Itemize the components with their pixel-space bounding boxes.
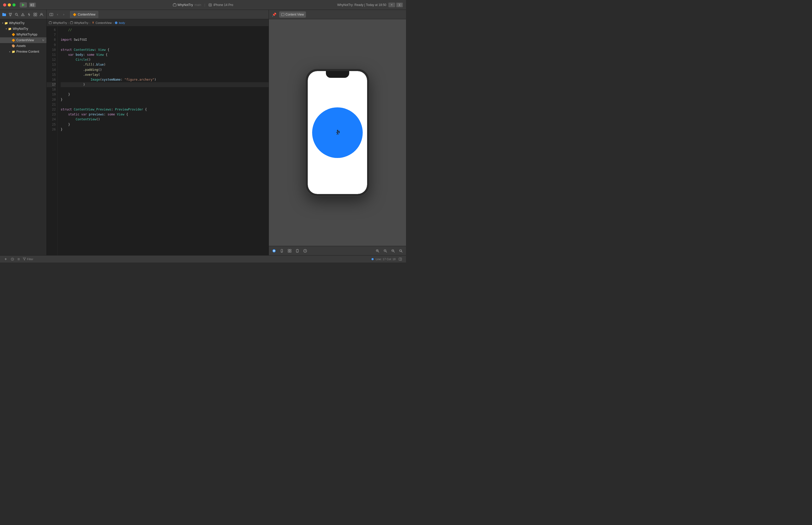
source-control-icon[interactable] [8,12,13,17]
blue-circle [312,107,363,158]
zoom-out-button[interactable] [390,248,396,254]
preview-panel: 📌 Content View [269,10,406,255]
sidebar-item-whynottryapp[interactable]: ▸ 🔶 WhyNotTryApp [0,32,46,38]
svg-rect-28 [70,22,73,24]
content-view-button[interactable]: Content View [279,11,306,18]
device-label: iPhone 14 Pro [213,3,233,7]
svg-rect-21 [35,13,37,14]
sidebar-item-contentview[interactable]: ▸ 🔶 ContentView M [0,38,46,43]
status-indicator [371,258,373,260]
layout-view-icon[interactable] [49,12,54,17]
contentview-tab[interactable]: 🔶 ContentView [70,11,98,18]
sidebar-item-label: WhyNotTryApp [16,33,37,36]
breadcrumb-project: WhyNotTry [53,21,67,25]
breadcrumb-folder: WhyNotTry [74,21,88,25]
device-frame-button[interactable] [279,248,285,254]
sidebar: ▾ 📁 WhyNotTry ▾ 📁 WhyNotTry ▸ 🔶 WhyNotTr… [0,10,47,255]
add-file-button[interactable]: + [3,256,8,262]
device-icon[interactable] [294,248,301,254]
folder-icon[interactable] [2,12,7,17]
search-icon[interactable] [14,12,19,17]
add-tab-button[interactable]: + [388,3,395,7]
close-button[interactable] [3,3,6,6]
preview-bottom-left [271,248,308,254]
svg-point-15 [15,13,17,15]
svg-line-36 [338,133,338,135]
pin-button[interactable]: 📌 [271,11,277,18]
sidebar-item-label: WhyNotTry [13,27,28,31]
sidebar-item-assets[interactable]: ▸ 🎨 Assets [0,43,46,49]
tab-label: ContentView [78,13,95,16]
svg-rect-30 [281,13,284,16]
svg-rect-4 [32,6,34,6]
project-title: WhyNotTry [178,3,193,7]
preview-bottom-toolbar: 1:1 [269,246,406,255]
breadcrumb-symbol: body [119,21,125,25]
svg-rect-2 [32,4,34,4]
swift-file-icon: 🔶 [11,38,16,42]
layout-toggle-button[interactable] [396,3,403,7]
svg-rect-45 [290,249,291,251]
grid-icon[interactable] [33,12,38,17]
preview-toolbar: 📌 Content View [269,10,406,19]
sidebar-item-whynottry-folder[interactable]: ▾ 📁 WhyNotTry [0,26,46,32]
svg-line-59 [386,251,387,252]
sidebar-item-label: Preview Content [16,50,39,54]
svg-point-18 [23,15,23,16]
line-numbers: 6 7 8 9 10 11 12 13 14 15 16 17 18 19 20… [47,27,58,255]
iphone-content [308,71,367,194]
back-nav-button[interactable]: ‹ [55,12,60,17]
clock-icon[interactable] [10,256,15,262]
svg-line-55 [378,251,379,252]
chevron-down-icon: ▾ [1,21,4,25]
swift-tab-icon: 🔶 [73,13,76,16]
swift-file-icon: 🔶 [11,32,16,36]
sidebar-item-whynottry-root[interactable]: ▾ 📁 WhyNotTry [0,20,46,26]
svg-rect-73 [399,258,402,260]
inspector-icon[interactable] [398,256,403,262]
breadcrumb-file: ContentView [96,21,112,25]
svg-marker-0 [22,3,25,6]
play-button[interactable] [271,248,277,254]
svg-point-29 [115,21,118,24]
archery-icon [334,129,341,136]
svg-rect-44 [288,249,289,251]
minimize-button[interactable] [8,3,11,6]
folder-icon: 📁 [11,49,16,54]
zoom-actual-button[interactable]: 1:1 [398,248,404,254]
dynamic-island [326,71,349,78]
sidebar-item-label: Assets [16,44,26,48]
assets-file-icon: 🎨 [11,44,16,48]
bolt-icon[interactable] [27,12,32,17]
chevron-right-icon: ▸ [8,50,11,53]
titlebar-right: WhyNotTry: Ready | Today at 18:50 + [337,3,403,7]
code-editor[interactable]: 6 7 8 9 10 11 12 13 14 15 16 17 18 19 20… [47,27,269,255]
editor-area: ‹ › 🔶 ContentView WhyNotTry › WhyNotTry … [47,10,269,255]
editor-toolbar: ‹ › 🔶 ContentView [47,10,269,19]
svg-rect-20 [34,13,35,14]
info-button[interactable] [302,248,308,254]
filter-placeholder: Filter [27,258,33,261]
sidebar-toggle-button[interactable] [29,3,36,7]
person-icon[interactable] [39,12,44,17]
svg-point-31 [337,130,338,131]
filter-area: Filter [23,257,371,261]
folder-icon: 📁 [8,27,12,31]
fullscreen-button[interactable] [13,3,16,6]
list-icon[interactable] [16,256,21,262]
svg-rect-11 [400,4,401,6]
grid-layout-button[interactable] [287,248,293,254]
svg-rect-5 [173,4,176,6]
run-button[interactable] [20,2,27,7]
svg-rect-1 [31,4,32,6]
code-content[interactable]: // import SwiftUI struct ContentView: Vi… [58,27,269,255]
warning-icon[interactable] [20,12,26,17]
sidebar-item-preview-content[interactable]: ▸ 📁 Preview Content [0,49,46,55]
zoom-in-button[interactable] [374,248,381,254]
volume-down-button [306,114,306,124]
zoom-fit-button[interactable] [382,248,388,254]
breadcrumb: WhyNotTry › WhyNotTry › ContentView › bo… [47,19,269,27]
forward-nav-button[interactable]: › [61,12,66,17]
titlebar-center: WhyNotTry main | iPhone 14 Pro [173,3,233,7]
line-col-label: Line: 17 Col: 18 [376,258,396,261]
